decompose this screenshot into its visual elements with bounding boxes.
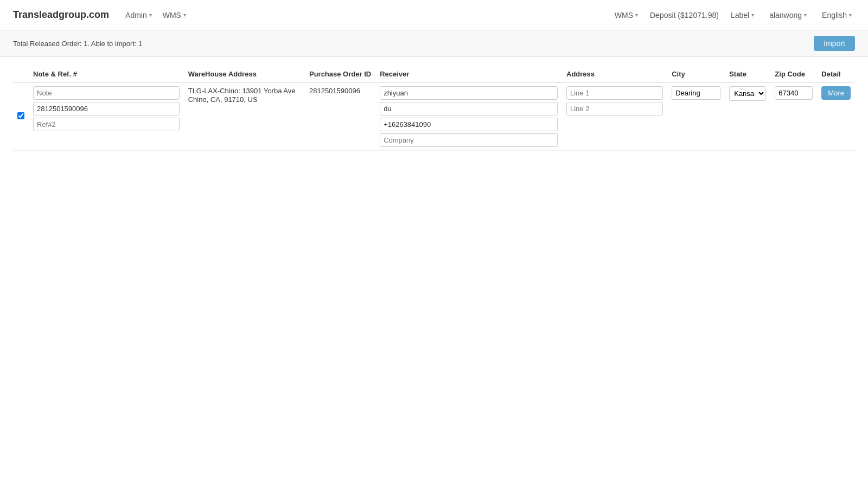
zip-cell: [770, 83, 817, 151]
nav-right: WMS ▾ Deposit ($12071.98) Label ▾ alanwo…: [611, 9, 855, 22]
receiver-name-input[interactable]: [380, 86, 558, 100]
language-menu[interactable]: English ▾: [819, 9, 855, 22]
wms-left-menu[interactable]: WMS ▾: [159, 9, 189, 22]
navbar: Transleadgroup.com Admin ▾ WMS ▾ WMS ▾ D…: [0, 0, 868, 30]
label-menu[interactable]: Label ▾: [727, 9, 757, 22]
state-select[interactable]: AlabamaAlaskaArizonaArkansasCaliforniaCo…: [729, 86, 766, 101]
col-receiver: Receiver: [375, 66, 562, 83]
city-cell: [667, 83, 725, 151]
zip-input[interactable]: [775, 86, 813, 100]
note-input[interactable]: [33, 86, 180, 100]
status-text: Total Released Order: 1. Able to import:…: [13, 40, 142, 48]
admin-menu[interactable]: Admin ▾: [122, 9, 155, 22]
wms-left-label: WMS: [163, 11, 181, 20]
admin-label: Admin: [125, 11, 147, 20]
orders-table: Note & Ref. # WareHouse Address Purchase…: [13, 66, 855, 151]
label-menu-label: Label: [731, 11, 749, 20]
warehouse-address: TLG-LAX-Chino: 13901 Yorba Ave Chino, CA…: [188, 87, 296, 104]
wms-right-caret: ▾: [635, 12, 638, 18]
col-state: State: [725, 66, 770, 83]
user-menu[interactable]: alanwong ▾: [766, 9, 810, 22]
receiver-company-input[interactable]: [380, 133, 558, 147]
import-button[interactable]: Import: [814, 36, 855, 51]
ref2-input[interactable]: [33, 118, 180, 131]
wms-left-caret: ▾: [183, 12, 186, 18]
wms-right-label: WMS: [615, 11, 633, 20]
label-caret: ▾: [751, 12, 754, 18]
more-button[interactable]: More: [821, 86, 851, 100]
city-input[interactable]: [672, 86, 720, 100]
status-bar: Total Released Order: 1. Able to import:…: [0, 30, 868, 57]
col-checkbox: [13, 66, 29, 83]
table-row: TLG-LAX-Chino: 13901 Yorba Ave Chino, CA…: [13, 83, 855, 151]
address-cell: [562, 83, 667, 151]
ref-input[interactable]: [33, 102, 180, 115]
col-po-id: Purchase Order ID: [305, 66, 375, 83]
receiver-lastname-input[interactable]: [380, 102, 558, 115]
language-label: English: [822, 11, 847, 20]
col-zip: Zip Code: [770, 66, 817, 83]
col-detail: Detail: [817, 66, 855, 83]
row-select-checkbox[interactable]: [17, 112, 24, 119]
brand-name: Transleadgroup.com: [13, 9, 109, 21]
receiver-phone-input[interactable]: [380, 118, 558, 131]
table-container: Note & Ref. # WareHouse Address Purchase…: [0, 57, 868, 159]
row-checkbox-cell: [13, 83, 29, 151]
col-city: City: [667, 66, 725, 83]
col-note-ref: Note & Ref. #: [29, 66, 184, 83]
col-address: Address: [562, 66, 667, 83]
col-warehouse: WareHouse Address: [184, 66, 305, 83]
user-caret: ▾: [804, 12, 807, 18]
po-id-value: 2812501590096: [309, 87, 360, 95]
language-caret: ▾: [849, 12, 852, 18]
note-ref-cell: [29, 83, 184, 151]
warehouse-cell: TLG-LAX-Chino: 13901 Yorba Ave Chino, CA…: [184, 83, 305, 151]
address-line2-input[interactable]: [566, 102, 663, 115]
user-label: alanwong: [769, 11, 802, 20]
detail-cell: More: [817, 83, 855, 151]
admin-caret: ▾: [149, 12, 152, 18]
address-line1-input[interactable]: [566, 86, 663, 100]
receiver-cell: [375, 83, 562, 151]
state-cell: AlabamaAlaskaArizonaArkansasCaliforniaCo…: [725, 83, 770, 151]
nav-left: Admin ▾ WMS ▾: [122, 9, 189, 22]
deposit-label: Deposit ($12071.98): [650, 11, 719, 20]
wms-right-menu[interactable]: WMS ▾: [611, 9, 641, 22]
po-id-cell: 2812501590096: [305, 83, 375, 151]
